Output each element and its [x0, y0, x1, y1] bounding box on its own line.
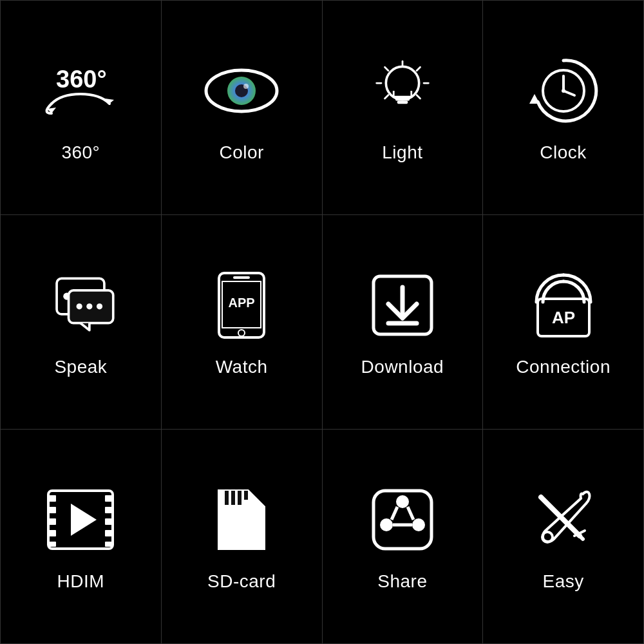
label-download: Download [361, 357, 444, 377]
svg-line-13 [384, 67, 388, 71]
svg-point-57 [396, 495, 409, 508]
cell-360: 360° 360° [1, 1, 162, 215]
label-speak: Speak [54, 357, 107, 377]
svg-point-59 [412, 518, 425, 531]
icon-download [364, 267, 441, 344]
svg-rect-55 [244, 491, 248, 500]
svg-rect-52 [225, 491, 229, 505]
svg-rect-49 [105, 530, 113, 536]
icon-360: 360° [42, 52, 119, 129]
icon-speak [42, 267, 119, 344]
icon-watch: APP [203, 267, 280, 344]
svg-point-27 [77, 303, 82, 309]
svg-rect-48 [105, 518, 113, 525]
svg-rect-34 [233, 276, 250, 279]
cell-watch: APP Watch [162, 215, 323, 430]
svg-point-29 [97, 303, 102, 309]
svg-text:AP: AP [552, 308, 575, 327]
cell-light: Light [323, 1, 484, 215]
cell-share: Share [323, 430, 484, 644]
svg-rect-45 [48, 542, 56, 547]
svg-rect-54 [238, 491, 242, 505]
label-color: Color [219, 142, 263, 163]
svg-point-28 [87, 303, 93, 309]
cell-connection: AP Connection [483, 215, 644, 430]
svg-line-16 [384, 95, 388, 98]
icon-color [203, 52, 280, 129]
icon-connection: AP [525, 267, 602, 344]
svg-line-11 [417, 67, 421, 71]
svg-rect-46 [105, 495, 113, 502]
label-easy: Easy [543, 571, 584, 592]
label-share: Share [377, 571, 427, 592]
svg-point-6 [243, 84, 249, 89]
feature-grid: 360° 360° [0, 0, 644, 644]
cell-sdcard: SD-card [162, 430, 323, 644]
cell-easy: Easy [483, 430, 644, 644]
svg-marker-17 [529, 94, 540, 104]
svg-rect-42 [48, 507, 56, 513]
svg-rect-47 [105, 507, 113, 513]
cell-color: Color [162, 1, 323, 215]
icon-share [364, 481, 441, 558]
label-connection: Connection [516, 357, 611, 377]
svg-point-58 [380, 518, 393, 531]
svg-line-15 [417, 95, 421, 98]
label-watch: Watch [216, 357, 268, 377]
svg-rect-9 [397, 101, 408, 104]
cell-download: Download [323, 215, 484, 430]
cell-clock: Clock [483, 1, 644, 215]
svg-text:360°: 360° [56, 66, 107, 93]
svg-text:APP: APP [229, 296, 255, 310]
cell-speak: Speak [1, 215, 162, 430]
svg-line-61 [408, 507, 413, 520]
svg-rect-53 [231, 491, 235, 505]
svg-marker-51 [71, 504, 97, 536]
label-clock: Clock [540, 142, 587, 163]
svg-point-7 [386, 66, 419, 99]
icon-clock [525, 52, 602, 129]
cell-hdim: HDIM [1, 430, 162, 644]
label-sdcard: SD-card [207, 571, 276, 592]
icon-hdim [42, 481, 119, 558]
svg-rect-41 [48, 495, 56, 502]
icon-easy [525, 481, 602, 558]
svg-point-21 [562, 89, 565, 93]
svg-rect-8 [395, 97, 410, 100]
svg-point-33 [238, 330, 245, 336]
label-360: 360° [61, 142, 100, 163]
svg-rect-44 [48, 530, 56, 536]
label-hdim: HDIM [57, 571, 105, 592]
svg-rect-50 [105, 542, 113, 547]
icon-light [364, 52, 441, 129]
label-light: Light [382, 142, 422, 163]
icon-sdcard [203, 481, 280, 558]
svg-line-60 [392, 507, 397, 520]
svg-rect-43 [48, 518, 56, 525]
